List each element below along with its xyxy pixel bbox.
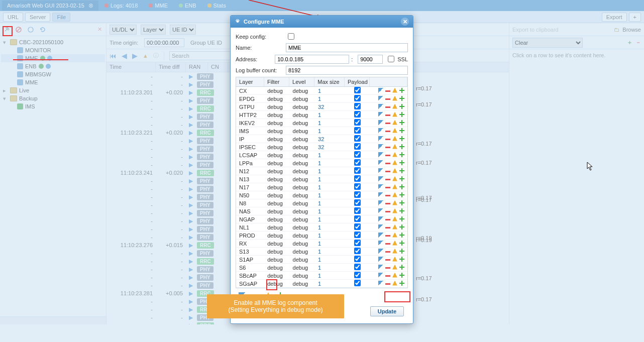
layer-row[interactable]: PRODdebugdebug1: [236, 232, 407, 240]
add-icon[interactable]: [399, 224, 404, 230]
remove-icon[interactable]: [385, 283, 390, 285]
layer-row[interactable]: GTPUdebugdebug32: [236, 103, 407, 111]
warn-icon[interactable]: [392, 112, 397, 117]
payload-check[interactable]: [354, 143, 361, 150]
add-icon[interactable]: [399, 192, 404, 197]
edit-icon[interactable]: [378, 168, 383, 173]
tree-node[interactable]: MME: [1, 78, 105, 86]
payload-check[interactable]: [354, 272, 361, 278]
payload-check[interactable]: [354, 111, 361, 118]
remove-icon[interactable]: [385, 179, 390, 180]
add-icon[interactable]: [399, 104, 404, 109]
add-icon[interactable]: ＋: [627, 39, 632, 46]
edit-icon[interactable]: [378, 128, 383, 133]
warn-icon[interactable]: [392, 241, 397, 246]
edit-icon[interactable]: [378, 152, 383, 157]
warn-icon[interactable]: [392, 249, 397, 254]
payload-check[interactable]: [354, 175, 361, 182]
edit-icon[interactable]: [378, 88, 383, 93]
payload-check[interactable]: [354, 183, 361, 190]
warn-icon[interactable]: [392, 104, 397, 109]
warn-icon[interactable]: [392, 208, 397, 213]
layer-row[interactable]: N13debugdebug1: [236, 175, 407, 183]
layer-row[interactable]: IMSdebugdebug1: [236, 127, 407, 135]
add-icon[interactable]: [399, 176, 404, 181]
tree-node[interactable]: MME: [1, 54, 105, 62]
edit-icon[interactable]: [378, 104, 383, 109]
ssl-check[interactable]: [388, 56, 394, 62]
layer-row[interactable]: N8debugdebug1: [236, 199, 407, 207]
edit-icon[interactable]: [378, 200, 383, 205]
payload-check[interactable]: [354, 256, 361, 262]
edit-icon[interactable]: [378, 112, 383, 117]
remove-icon[interactable]: －: [635, 39, 641, 46]
tab[interactable]: MME: [144, 1, 173, 11]
payload-check[interactable]: [354, 264, 361, 270]
warn-icon[interactable]: [392, 128, 397, 133]
edit-icon[interactable]: [378, 224, 383, 230]
edit-icon[interactable]: [378, 120, 383, 125]
add-icon[interactable]: [399, 216, 404, 221]
remove-icon[interactable]: [385, 123, 390, 124]
add-icon[interactable]: [399, 249, 404, 254]
remove-icon[interactable]: [385, 243, 390, 245]
add-icon[interactable]: [399, 160, 404, 165]
tab[interactable]: Amarisoft Web GUI 2023-02-15⊗: [2, 1, 98, 11]
edit-icon[interactable]: [378, 136, 383, 141]
warn-icon[interactable]: [392, 136, 397, 141]
time-origin-input[interactable]: [144, 38, 184, 47]
edit-icon[interactable]: [378, 144, 383, 149]
payload-check[interactable]: [354, 280, 361, 286]
warn-icon[interactable]: [392, 160, 397, 165]
layer-row[interactable]: S6debugdebug1: [236, 264, 407, 272]
layer-row[interactable]: N50debugdebug1: [236, 191, 407, 199]
add-icon[interactable]: [399, 136, 404, 141]
remove-icon[interactable]: [385, 90, 390, 92]
edit-icon[interactable]: [378, 273, 383, 278]
layer-row[interactable]: S13debugdebug1: [236, 248, 407, 256]
edit-icon[interactable]: [378, 176, 383, 181]
update-button[interactable]: Update: [370, 306, 404, 316]
warn-icon[interactable]: [392, 224, 397, 230]
layer-row[interactable]: CXdebugdebug1: [236, 87, 407, 95]
warn-icon[interactable]: [392, 176, 397, 181]
dialog-title-bar[interactable]: Configure MME ✕: [231, 16, 413, 28]
edit-icon[interactable]: [378, 184, 383, 189]
buffer-input[interactable]: [286, 66, 408, 75]
btn-file[interactable]: File: [52, 13, 70, 22]
add-icon[interactable]: [399, 144, 404, 149]
warn-icon[interactable]: [392, 120, 397, 125]
add-icon[interactable]: [399, 184, 404, 189]
remove-icon[interactable]: [385, 195, 390, 196]
tab[interactable]: ENB: [174, 1, 201, 11]
payload-check[interactable]: [354, 119, 361, 126]
layer-row[interactable]: HTTP2debugdebug1: [236, 111, 407, 119]
btn-add[interactable]: +: [629, 13, 641, 22]
clear-select[interactable]: Clear: [512, 38, 583, 48]
remove-icon[interactable]: [385, 131, 390, 132]
add-icon[interactable]: [399, 265, 404, 270]
add-icon[interactable]: [399, 241, 404, 246]
browse-link[interactable]: Browse: [622, 27, 641, 33]
remove-icon[interactable]: [385, 98, 390, 100]
payload-check[interactable]: [354, 135, 361, 142]
warn-icon[interactable]: [392, 192, 397, 197]
layer-select[interactable]: Layer: [141, 25, 166, 35]
edit-icon[interactable]: [378, 265, 383, 270]
payload-check[interactable]: [354, 223, 361, 230]
name-input[interactable]: [286, 43, 408, 52]
tree-node[interactable]: IMS: [1, 102, 105, 110]
remove-icon[interactable]: [385, 163, 390, 164]
warn-icon[interactable]: [392, 273, 397, 278]
remove-icon[interactable]: [385, 147, 390, 148]
warn-icon[interactable]: [392, 281, 397, 286]
payload-check[interactable]: [354, 191, 361, 198]
warn-icon[interactable]: [392, 265, 397, 270]
add-icon[interactable]: [399, 200, 404, 205]
warn-icon[interactable]: [392, 184, 397, 189]
tree-node[interactable]: ENB: [1, 62, 105, 70]
payload-check[interactable]: [354, 167, 361, 174]
btn-export[interactable]: Export: [602, 13, 627, 22]
payload-check[interactable]: [354, 127, 361, 134]
edit-icon[interactable]: [378, 281, 383, 286]
